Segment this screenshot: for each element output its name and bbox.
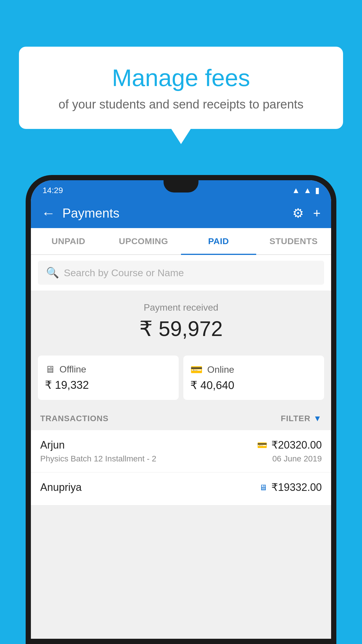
phone-screen: 14:29 ▲ ▲ ▮ ← Payments ⚙ + UNPAID UPCOMI… [31, 180, 331, 639]
back-button[interactable]: ← [41, 205, 55, 221]
speech-bubble-subtitle: of your students and send receipts to pa… [42, 97, 320, 111]
payment-cards: 🖥 Offline ₹ 19,332 💳 Online ₹ 40,640 [31, 350, 331, 407]
transaction-row2: Physics Batch 12 Installment - 2 06 June… [40, 454, 322, 463]
payment-received-section: Payment received ₹ 59,972 [31, 290, 331, 350]
offline-amount: ₹ 19,332 [45, 379, 172, 391]
speech-bubble: Manage fees of your students and send re… [19, 47, 343, 129]
online-icon: 💳 [190, 364, 203, 375]
online-amount: ₹ 40,640 [190, 379, 317, 392]
filter-icon: ▼ [313, 414, 322, 423]
transaction-name: Arjun [40, 439, 65, 451]
transaction-amount-2: ₹19332.00 [271, 481, 322, 494]
search-placeholder: Search by Course or Name [64, 267, 184, 279]
status-bar-time: 14:29 [43, 186, 63, 195]
online-label: Online [207, 364, 234, 375]
transactions-label: TRANSACTIONS [40, 414, 108, 423]
app-bar: ← Payments ⚙ + [31, 198, 331, 228]
payment-type-icon: 💳 [257, 440, 267, 450]
search-bar[interactable]: 🔍 Search by Course or Name [38, 261, 324, 285]
tab-students[interactable]: STUDENTS [256, 228, 331, 254]
online-card-header: 💳 Online [190, 364, 317, 375]
transaction-row1-2: Anupriya 🖥 ₹19332.00 [40, 481, 322, 494]
transaction-amount: ₹20320.00 [271, 439, 322, 451]
speech-bubble-title: Manage fees [42, 64, 320, 92]
tab-paid[interactable]: PAID [181, 228, 256, 254]
transaction-item-anupriya[interactable]: Anupriya 🖥 ₹19332.00 [31, 473, 331, 505]
transaction-row1: Arjun 💳 ₹20320.00 [40, 439, 322, 451]
wifi-icon: ▲ [292, 186, 300, 195]
transactions-header: TRANSACTIONS FILTER ▼ [31, 407, 331, 430]
transaction-name-2: Anupriya [40, 481, 82, 494]
phone-mockup: 14:29 ▲ ▲ ▮ ← Payments ⚙ + UNPAID UPCOMI… [26, 175, 336, 644]
online-payment-card: 💳 Online ₹ 40,640 [183, 356, 324, 400]
offline-payment-card: 🖥 Offline ₹ 19,332 [38, 356, 179, 400]
transaction-date: 06 June 2019 [272, 454, 322, 463]
transaction-amount-row: 💳 ₹20320.00 [257, 439, 322, 451]
filter-label: FILTER [281, 414, 310, 423]
transaction-amount-row-2: 🖥 ₹19332.00 [259, 481, 322, 494]
add-icon[interactable]: + [313, 206, 321, 220]
tab-upcoming[interactable]: UPCOMING [106, 228, 181, 254]
app-bar-title: Payments [62, 206, 292, 220]
search-icon: 🔍 [46, 267, 59, 279]
speech-bubble-container: Manage fees of your students and send re… [19, 47, 343, 129]
battery-icon: ▮ [315, 186, 319, 195]
status-icons: ▲ ▲ ▮ [292, 186, 319, 195]
payment-type-icon-2: 🖥 [259, 483, 267, 492]
app-bar-icons: ⚙ + [292, 206, 321, 220]
filter-button[interactable]: FILTER ▼ [281, 414, 322, 423]
payment-received-amount: ₹ 59,972 [38, 316, 324, 341]
transaction-details: Physics Batch 12 Installment - 2 [40, 454, 156, 463]
tabs: UNPAID UPCOMING PAID STUDENTS [31, 228, 331, 255]
settings-icon[interactable]: ⚙ [292, 206, 304, 220]
offline-card-header: 🖥 Offline [45, 364, 172, 375]
payment-received-label: Payment received [38, 302, 324, 313]
transaction-item-arjun[interactable]: Arjun 💳 ₹20320.00 Physics Batch 12 Insta… [31, 430, 331, 473]
signal-icon: ▲ [303, 186, 312, 195]
offline-label: Offline [59, 364, 86, 375]
offline-icon: 🖥 [45, 364, 55, 375]
search-bar-container: 🔍 Search by Course or Name [31, 255, 331, 290]
phone-notch [164, 180, 198, 192]
tab-unpaid[interactable]: UNPAID [31, 228, 106, 254]
